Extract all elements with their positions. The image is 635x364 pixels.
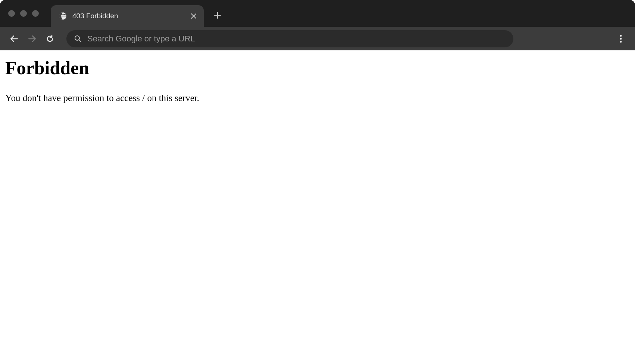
window-maximize-button[interactable] xyxy=(32,10,39,17)
new-tab-button[interactable] xyxy=(210,8,225,22)
globe-icon xyxy=(58,12,67,21)
svg-point-4 xyxy=(620,41,622,43)
forward-button[interactable] xyxy=(25,31,40,46)
window-controls xyxy=(8,10,39,17)
search-icon xyxy=(74,35,82,43)
window-close-button[interactable] xyxy=(8,10,15,17)
browser-chrome: 403 Forbidden xyxy=(0,0,635,50)
address-bar[interactable] xyxy=(66,30,513,47)
svg-point-2 xyxy=(620,35,622,37)
browser-tab[interactable]: 403 Forbidden xyxy=(51,5,204,27)
svg-point-1 xyxy=(75,36,79,40)
menu-button[interactable] xyxy=(613,31,628,46)
reload-button[interactable] xyxy=(43,31,57,46)
back-button[interactable] xyxy=(7,31,22,46)
address-input[interactable] xyxy=(87,34,506,44)
window-minimize-button[interactable] xyxy=(20,10,27,17)
page-content: Forbidden You don't have permission to a… xyxy=(0,50,635,111)
tab-title: 403 Forbidden xyxy=(72,12,181,20)
toolbar xyxy=(0,27,635,50)
page-body-text: You don't have permission to access / on… xyxy=(5,91,630,104)
page-heading: Forbidden xyxy=(5,57,630,79)
tab-close-button[interactable] xyxy=(190,12,198,20)
svg-point-3 xyxy=(620,38,622,40)
title-bar: 403 Forbidden xyxy=(0,0,635,27)
